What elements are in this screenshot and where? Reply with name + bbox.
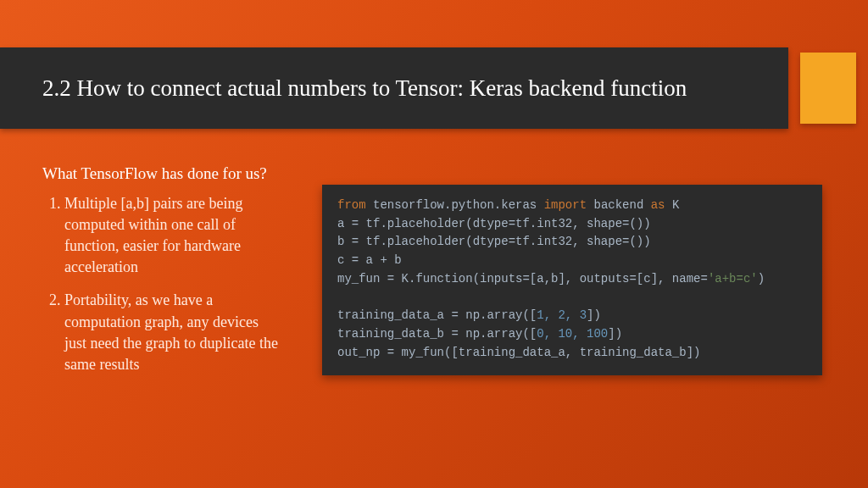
code-text: ]) [608, 327, 622, 341]
code-number: 1, 2, 3 [537, 308, 587, 322]
code-text: backend [587, 198, 651, 212]
code-line: c = a + b [337, 253, 402, 267]
bullet-list: Multiple [a,b] pairs are being computed … [42, 193, 280, 376]
code-keyword: as [651, 198, 665, 212]
code-line: training_data_b = np.array([ [337, 327, 537, 341]
code-text: ) [758, 272, 765, 286]
slide-title: 2.2 How to connect actual numbers to Ten… [42, 73, 687, 103]
code-block: from tensorflow.python.keras import back… [322, 185, 822, 375]
code-line: out_np = my_fun([training_data_a, traini… [337, 346, 700, 359]
code-string: 'a+b=c' [708, 272, 758, 286]
slide: 2.2 How to connect actual numbers to Ten… [0, 0, 868, 488]
code-keyword: import [544, 198, 587, 212]
code-line: training_data_a = np.array([ [337, 308, 537, 322]
code-text: tensorflow.python.keras [366, 198, 544, 212]
accent-rectangle [800, 53, 856, 124]
title-bar: 2.2 How to connect actual numbers to Ten… [0, 47, 788, 129]
code-text: K [665, 198, 680, 212]
code-line: b = tf.placeholder(dtype=tf.int32, shape… [337, 235, 651, 248]
code-keyword: from [337, 198, 366, 212]
list-item: Portability, as we have a computation gr… [64, 290, 280, 375]
list-item: Multiple [a,b] pairs are being computed … [64, 193, 280, 279]
code-text: ]) [587, 308, 601, 322]
code-number: 0, 10, 100 [537, 327, 608, 341]
code-line: a = tf.placeholder(dtype=tf.int32, shape… [337, 217, 651, 230]
code-line: my_fun = K.function(inputs=[a,b], output… [337, 272, 708, 286]
body-text: What TensorFlow has done for us? Multipl… [42, 163, 280, 387]
subheading: What TensorFlow has done for us? [42, 163, 280, 185]
